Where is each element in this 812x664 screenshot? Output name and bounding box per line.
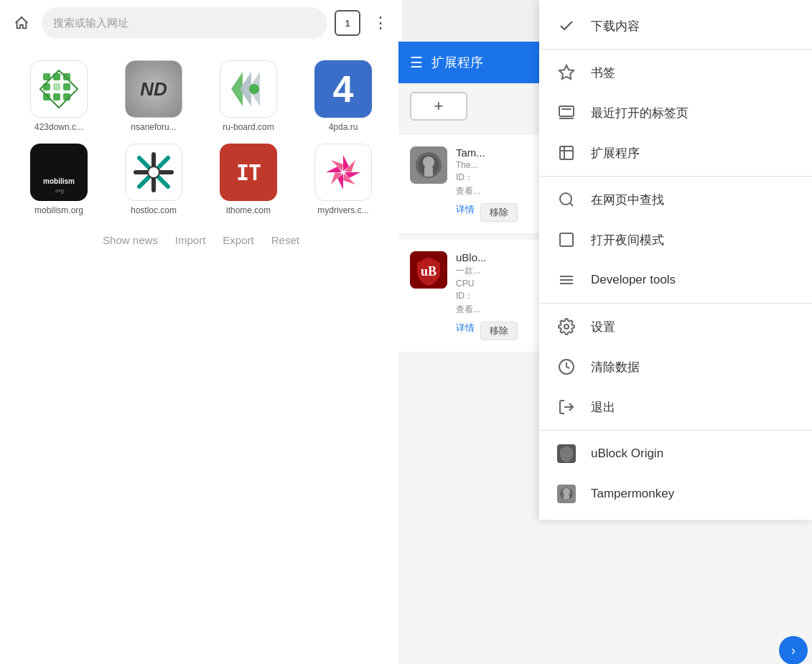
home-button[interactable] bbox=[9, 10, 34, 36]
svg-line-39 bbox=[570, 203, 573, 206]
shortcut-4pda-label: 4pda.ru bbox=[329, 122, 358, 132]
shortcut-ithome-label: ithome.com bbox=[226, 205, 271, 215]
divider-2 bbox=[539, 176, 812, 177]
find-icon bbox=[556, 190, 577, 210]
shortcut-mobilism[interactable]: mobilism .org mobilism.org bbox=[17, 144, 101, 215]
tampermonkey-detail-btn[interactable]: 详情 bbox=[456, 203, 475, 222]
menu-developer-tools-label: Developer tools bbox=[591, 273, 676, 287]
menu-settings-label: 设置 bbox=[591, 319, 615, 335]
menu-item-developer-tools[interactable]: Developer tools bbox=[539, 260, 812, 300]
show-news-link[interactable]: Show news bbox=[103, 234, 158, 246]
shortcut-nsaneforum-label: nsaneforu... bbox=[131, 122, 176, 132]
menu-tampermonkey-label: Tampermonkey bbox=[591, 487, 674, 501]
menu-item-exit[interactable]: 退出 bbox=[539, 387, 812, 427]
bottom-actions: Show news Import Export Reset bbox=[0, 223, 402, 258]
menu-item-settings[interactable]: 设置 bbox=[539, 307, 812, 347]
svg-point-18 bbox=[148, 167, 159, 178]
svg-point-30 bbox=[423, 156, 434, 168]
more-button[interactable]: ⋮ bbox=[368, 10, 393, 36]
shortcut-4pda[interactable]: 4 4pda.ru bbox=[302, 60, 385, 132]
shortcut-hostloc-label: hostloc.com bbox=[131, 205, 177, 215]
svg-rect-5 bbox=[63, 83, 70, 90]
svg-rect-7 bbox=[53, 93, 60, 100]
menu-item-tampermonkey[interactable]: Tampermonkey bbox=[539, 474, 812, 514]
shortcut-mydrivers[interactable]: mydrivers.c... bbox=[302, 144, 385, 215]
download-icon bbox=[556, 16, 577, 36]
svg-rect-6 bbox=[43, 93, 50, 100]
ublock-detail-btn[interactable]: 详情 bbox=[456, 322, 475, 340]
shortcut-ruboard-label: ru-board.com bbox=[223, 122, 274, 132]
shortcuts-grid: 423down.c... ND nsaneforu... ru-board.co… bbox=[0, 46, 402, 223]
menu-extensions-label: 扩展程序 bbox=[591, 145, 640, 162]
search-input[interactable]: 搜索或输入网址 bbox=[42, 7, 327, 39]
divider-4 bbox=[539, 430, 812, 431]
svg-rect-4 bbox=[53, 83, 60, 90]
shortcut-ithome[interactable]: IT ithome.com bbox=[207, 144, 290, 215]
menu-item-bookmarks[interactable]: 书签 bbox=[539, 52, 812, 93]
tampermonkey-remove-btn[interactable]: 移除 bbox=[480, 203, 518, 222]
exit-icon bbox=[556, 397, 577, 417]
shortcut-423down[interactable]: 423down.c... bbox=[17, 60, 101, 132]
menu-exit-label: 退出 bbox=[591, 399, 615, 416]
menu-item-night-mode[interactable]: 打开夜间模式 bbox=[539, 220, 812, 260]
star-icon bbox=[556, 62, 577, 83]
divider-1 bbox=[539, 49, 812, 50]
svg-rect-51 bbox=[564, 495, 569, 500]
menu-clear-data-label: 清除数据 bbox=[591, 359, 640, 375]
shortcut-mydrivers-label: mydrivers.c... bbox=[317, 205, 368, 215]
reset-link[interactable]: Reset bbox=[271, 234, 299, 246]
top-bar: 搜索或输入网址 1 ⋮ bbox=[0, 0, 402, 46]
night-mode-icon bbox=[556, 230, 577, 250]
shortcut-mobilism-label: mobilism.org bbox=[34, 205, 83, 215]
extensions-icon bbox=[556, 143, 577, 163]
svg-point-38 bbox=[560, 193, 571, 205]
extensions-menu-icon: ☰ bbox=[410, 54, 423, 71]
menu-ublock-origin-label: uBlock Origin bbox=[591, 446, 663, 461]
shortcut-ruboard[interactable]: ru-board.com bbox=[207, 60, 290, 132]
menu-find-label: 在网页中查找 bbox=[591, 192, 664, 208]
ext-action-button-2[interactable]: › bbox=[779, 636, 808, 664]
menu-download-label: 下载内容 bbox=[591, 18, 640, 34]
menu-item-extensions[interactable]: 扩展程序 bbox=[539, 133, 812, 173]
svg-rect-36 bbox=[561, 108, 571, 110]
shortcut-423down-label: 423down.c... bbox=[34, 122, 83, 132]
svg-rect-2 bbox=[63, 73, 70, 80]
recent-tabs-icon bbox=[556, 103, 577, 123]
browser-new-tab: 搜索或输入网址 1 ⋮ bbox=[0, 0, 402, 664]
extensions-title: 扩展程序 bbox=[431, 54, 483, 71]
svg-point-50 bbox=[563, 488, 570, 495]
svg-point-13 bbox=[249, 84, 259, 94]
menu-item-clear-data[interactable]: 清除数据 bbox=[539, 347, 812, 387]
svg-rect-31 bbox=[424, 167, 433, 177]
menu-item-recent-tabs[interactable]: 最近打开的标签页 bbox=[539, 93, 812, 133]
menu-item-find-in-page[interactable]: 在网页中查找 bbox=[539, 179, 812, 220]
menu-item-ublock-origin[interactable]: uBlock Origin bbox=[539, 434, 812, 474]
export-link[interactable]: Export bbox=[223, 234, 253, 246]
divider-3 bbox=[539, 303, 812, 304]
tampermonkey-icon bbox=[556, 484, 577, 504]
ublock-origin-icon bbox=[556, 444, 577, 464]
menu-night-mode-label: 打开夜间模式 bbox=[591, 232, 664, 248]
add-extension-button[interactable]: + bbox=[410, 92, 467, 121]
svg-rect-40 bbox=[560, 233, 573, 246]
ublock-remove-btn[interactable]: 移除 bbox=[480, 322, 518, 340]
clear-data-icon bbox=[556, 357, 577, 377]
svg-point-44 bbox=[564, 324, 569, 329]
import-link[interactable]: Import bbox=[175, 234, 206, 246]
svg-marker-34 bbox=[559, 65, 574, 79]
svg-rect-35 bbox=[559, 106, 574, 116]
menu-bookmarks-label: 书签 bbox=[591, 65, 615, 81]
menu-recent-tabs-label: 最近打开的标签页 bbox=[591, 105, 689, 121]
settings-icon bbox=[556, 317, 577, 337]
shortcut-nsaneforum[interactable]: ND nsaneforu... bbox=[112, 60, 195, 132]
shortcut-hostloc[interactable]: hostloc.com bbox=[112, 144, 195, 215]
menu-item-download[interactable]: 下载内容 bbox=[539, 6, 812, 46]
dropdown-menu: 下载内容 书签 最近打开的标签页 扩展程序 bbox=[539, 0, 812, 520]
tab-count-button[interactable]: 1 bbox=[335, 10, 360, 36]
devtools-icon bbox=[556, 270, 577, 290]
svg-text:uB: uB bbox=[421, 264, 437, 279]
